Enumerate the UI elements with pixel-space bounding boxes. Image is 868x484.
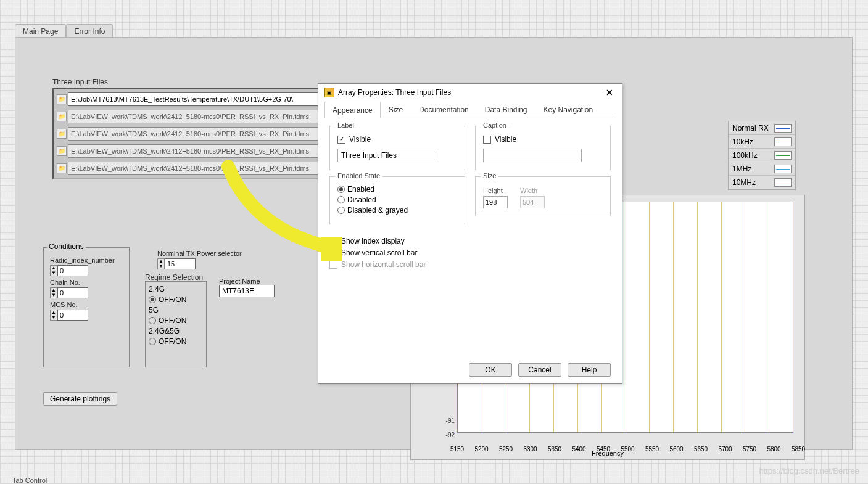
- file-path-input[interactable]: [68, 110, 344, 123]
- legend-swatch: [774, 137, 792, 146]
- chart-legend: Normal RX 10kHz 100kHz 1MHz 10MHz: [728, 121, 796, 190]
- disabled-grayed-radio[interactable]: Disabled & grayed: [337, 206, 457, 215]
- nominal-tx-power: Norminal TX Power selector ▲▼: [157, 247, 268, 269]
- y-tick: -92: [446, 432, 455, 438]
- legend-swatch: [774, 178, 792, 187]
- regime-radio-row[interactable]: OFF/ON: [149, 295, 203, 304]
- tab-control-label: Tab Control: [12, 477, 47, 484]
- checkbox-label: Visible: [349, 135, 371, 144]
- folder-icon[interactable]: 📁: [57, 163, 67, 173]
- x-axis-title: Frequency: [592, 449, 624, 457]
- nominal-spinner[interactable]: ▲▼: [157, 258, 165, 269]
- height-label: Height: [483, 187, 508, 194]
- file-row: 📁: [57, 92, 344, 106]
- legend-swatch: [774, 124, 792, 133]
- show-index-display-checkbox[interactable]: Show index display: [329, 237, 611, 245]
- label-legend: Label: [335, 121, 357, 129]
- caption-visible-checkbox[interactable]: Visible: [483, 135, 603, 144]
- size-fieldset: Size Height Width: [475, 176, 611, 216]
- file-row: 📁: [57, 144, 344, 158]
- disabled-radio[interactable]: Disabled: [337, 195, 457, 204]
- help-button[interactable]: Help: [568, 363, 611, 377]
- checkbox-label: Visible: [495, 135, 516, 144]
- ok-button[interactable]: OK: [469, 363, 512, 377]
- show-horizontal-scroll-checkbox: Show horizontal scroll bar: [329, 260, 611, 269]
- folder-icon[interactable]: 📁: [57, 112, 67, 121]
- radio-index-field[interactable]: [57, 265, 88, 276]
- tab-data-binding[interactable]: Data Binding: [477, 101, 535, 118]
- folder-icon[interactable]: 📁: [57, 94, 67, 104]
- regime-opt-label: 2.4G&5G: [149, 327, 203, 335]
- radio-icon: [149, 296, 156, 303]
- legend-item: Normal RX: [729, 121, 795, 135]
- file-path-input[interactable]: [68, 92, 344, 106]
- tab-error-info[interactable]: Error Info: [66, 24, 113, 38]
- tab-main-page[interactable]: Main Page: [15, 24, 66, 38]
- checkbox-label: Show horizontal scroll bar: [341, 260, 426, 269]
- file-path-input[interactable]: [68, 162, 344, 175]
- radio-icon: [337, 207, 345, 214]
- tab-documentation[interactable]: Documentation: [411, 101, 477, 118]
- regime-opt-text: OFF/ON: [159, 337, 186, 346]
- close-icon[interactable]: ✕: [603, 88, 616, 97]
- height-field[interactable]: [483, 196, 508, 208]
- radio-index-label: Radio_index_number: [50, 256, 123, 264]
- dialog-body: Label Visible Enabled State Enabled Disa…: [318, 118, 622, 357]
- caption-text-input[interactable]: [483, 149, 582, 162]
- file-path-input[interactable]: [68, 127, 344, 141]
- enabled-state-fieldset: Enabled State Enabled Disabled Disabled …: [329, 176, 465, 224]
- radio-icon: [149, 338, 156, 345]
- enabled-radio[interactable]: Enabled: [337, 185, 457, 194]
- legend-item: 100kHz: [729, 149, 795, 162]
- regime-opt-label: 2.4G: [149, 285, 203, 293]
- show-vertical-scroll-checkbox[interactable]: Show vertical scroll bar: [329, 248, 611, 257]
- regime-opt-label: 5G: [149, 306, 203, 314]
- legend-label: 10MHz: [732, 178, 756, 187]
- chain-no-label: Chain No.: [50, 279, 123, 286]
- enabled-legend: Enabled State: [335, 172, 382, 179]
- radio-icon: [337, 196, 345, 203]
- tab-size[interactable]: Size: [381, 101, 411, 118]
- regime-radio-row[interactable]: OFF/ON: [149, 316, 203, 325]
- conditions-title: Conditions: [47, 242, 86, 251]
- checkbox-icon: [483, 136, 491, 144]
- size-legend: Size: [481, 172, 498, 179]
- radio-icon: [149, 317, 156, 324]
- mcs-field[interactable]: [57, 310, 88, 321]
- caption-fieldset: Caption Visible: [475, 126, 611, 170]
- labview-icon: ▣: [324, 88, 334, 97]
- label-text-input[interactable]: [337, 149, 436, 162]
- conditions-group: Conditions Radio_index_number ▲▼ Chain N…: [43, 247, 130, 367]
- regime-label: Regime Selection: [145, 273, 203, 282]
- radio-label: Disabled & grayed: [347, 206, 408, 215]
- file-path-input[interactable]: [68, 144, 344, 158]
- chain-field[interactable]: [57, 287, 88, 298]
- nominal-field[interactable]: [165, 258, 196, 269]
- folder-icon[interactable]: 📁: [57, 129, 67, 139]
- regime-radio-row[interactable]: OFF/ON: [149, 337, 203, 346]
- watermark: https://blog.csdn.net/Bertree: [759, 466, 859, 475]
- label-visible-checkbox[interactable]: Visible: [337, 135, 457, 144]
- dialog-tabs: Appearance Size Documentation Data Bindi…: [324, 101, 616, 118]
- legend-item: 10MHz: [729, 176, 795, 189]
- folder-icon[interactable]: 📁: [57, 146, 67, 156]
- tab-key-navigation[interactable]: Key Navigation: [535, 101, 601, 118]
- dialog-footer: OK Cancel Help: [318, 357, 622, 383]
- chain-spinner[interactable]: ▲▼: [50, 287, 57, 298]
- dialog-titlebar: ▣ Array Properties: Three Input Files ✕: [318, 84, 622, 101]
- nominal-label: Norminal TX Power selector: [157, 250, 268, 257]
- regime-opt-text: OFF/ON: [159, 295, 186, 304]
- generate-plottings-button[interactable]: Generate plottings: [43, 392, 117, 406]
- legend-label: 10kHz: [732, 137, 753, 146]
- project-name-field[interactable]: [219, 285, 275, 297]
- height-item: Height: [483, 187, 508, 208]
- label-fieldset: Label Visible: [329, 126, 465, 170]
- file-array: 📁 📁 📁 📁 📁: [52, 88, 349, 179]
- tab-appearance[interactable]: Appearance: [324, 102, 381, 118]
- mcs-spinner[interactable]: ▲▼: [50, 310, 57, 321]
- cancel-button[interactable]: Cancel: [518, 363, 561, 377]
- radio-index-spinner[interactable]: ▲▼: [50, 265, 57, 276]
- legend-swatch: [774, 151, 792, 160]
- project-label: Project Name: [219, 277, 275, 285]
- dialog-title-text: Array Properties: Three Input Files: [338, 88, 451, 97]
